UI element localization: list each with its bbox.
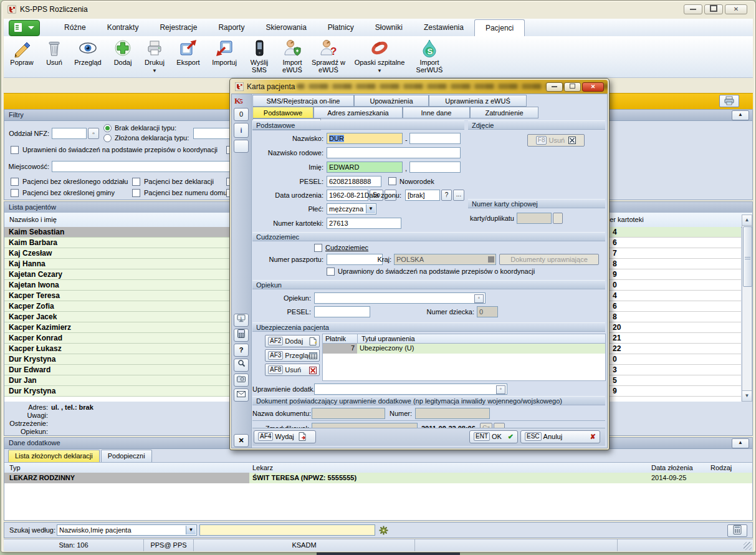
pesel-field[interactable]: 62082188888	[327, 176, 381, 187]
cb-bez-oddzialu[interactable]	[11, 178, 19, 186]
data-zgonu-field[interactable]: [brak]	[405, 190, 440, 201]
close-button[interactable]: ✕	[725, 4, 747, 14]
drukuj-button[interactable]: Drukuj ▼	[139, 37, 170, 74]
wydaj-button[interactable]: AF4Wydaj	[254, 430, 316, 443]
opiekun-pesel-field[interactable]	[314, 306, 370, 317]
ubezpieczenie-row-tytul[interactable]: Ubezpieczony (U)	[357, 344, 605, 354]
deklaracja-data[interactable]: 2014-09-25	[648, 473, 709, 483]
karta-chipowa-button[interactable]	[553, 213, 563, 224]
scroll-up-button[interactable]: ▲	[742, 215, 752, 226]
sidebar-mail-button[interactable]	[234, 388, 249, 402]
tab-lista-deklaracji[interactable]: Lista złożonych deklaracji	[8, 450, 100, 462]
tab-pacjenci[interactable]: Pacjenci	[474, 19, 525, 36]
deklaracja-lekarz[interactable]: ŚWIT TERESA (NPWZ: 5555555)	[249, 473, 648, 483]
tab-raporty[interactable]: Raporty	[208, 19, 255, 36]
resize-grip[interactable]	[744, 542, 752, 550]
import-ewus-button[interactable]: Import eWUŚ	[276, 37, 309, 74]
patient-row-kartoteka[interactable]: 6	[588, 301, 741, 312]
gear-icon[interactable]	[379, 526, 388, 535]
patient-row-kartoteka[interactable]: 6	[588, 238, 741, 248]
dialog-titlebar[interactable]: Karta pacjenta ✕	[231, 80, 608, 94]
oddzial-nfz-field[interactable]	[52, 128, 87, 139]
plec-select[interactable]: mężczyzna ▼	[327, 203, 376, 215]
patient-row-kartoteka[interactable]: 9	[588, 386, 741, 397]
ok-button[interactable]: ENTOK ✔	[469, 430, 518, 443]
data-zgonu-help-button[interactable]: ?	[441, 190, 452, 201]
patient-row-kartoteka[interactable]: 4	[588, 291, 741, 301]
chevron-down-icon[interactable]: ▼	[186, 526, 196, 534]
dokumenty-uprawniajace-button[interactable]: Dokumenty uprawniające	[499, 254, 599, 265]
tab-rozne[interactable]: Różne	[54, 19, 97, 36]
sidebar-close-button[interactable]: ✕	[234, 434, 249, 447]
patient-row-kartoteka[interactable]: 7	[588, 248, 741, 259]
radio-zlozona-deklaracja[interactable]	[103, 134, 112, 142]
tab-kontrakty[interactable]: Kontrakty	[97, 19, 150, 36]
uprawnienie-picker-button[interactable]: ▫	[496, 385, 505, 394]
filters-collapse-button[interactable]: ▲	[732, 110, 749, 120]
scroll-thumb[interactable]	[743, 226, 752, 287]
noworodek-checkbox[interactable]	[388, 177, 396, 185]
tab-zestawienia[interactable]: Zestawienia	[413, 19, 474, 36]
sprawdz-ewus-button[interactable]: ? Sprawdź w eWUŚ	[310, 37, 347, 74]
dialog-minimize-button[interactable]	[546, 82, 563, 92]
usun-button[interactable]: Usuń	[41, 37, 68, 67]
deklaracja-typ[interactable]: LEKARZ RODZINNY	[4, 473, 249, 483]
opaski-button[interactable]: Opaski szpitalne ▼	[348, 37, 411, 74]
opiekun-field[interactable]: ▫	[314, 292, 486, 304]
cb-bez-gminy[interactable]	[11, 189, 19, 197]
uprawnienie-dodatkowe-field[interactable]: ▫	[314, 384, 507, 395]
data-zgonu-picker-button[interactable]: ...	[453, 190, 464, 201]
banner-print-button[interactable]	[719, 95, 739, 107]
tab-podstawowe[interactable]: Podstawowe	[252, 107, 313, 118]
koordynacja-checkbox[interactable]	[11, 146, 19, 154]
sidebar-zero-button[interactable]: 0	[234, 108, 249, 121]
wyslij-sms-button[interactable]: Wyślij SMS	[244, 37, 275, 74]
imie-field[interactable]: EDWARD	[327, 162, 403, 173]
drukuj-dropdown-arrow[interactable]: ▼	[152, 68, 157, 74]
patient-row-kartoteka[interactable]: 8	[588, 259, 741, 269]
sidebar-camera-button[interactable]	[234, 374, 249, 387]
patient-row-kartoteka[interactable]: 9	[588, 269, 741, 280]
tab-slowniki[interactable]: Słowniki	[365, 19, 413, 36]
ubezpieczenie-dodaj-button[interactable]: AF2Dodaj	[265, 335, 320, 347]
cudzoziemiec-checkbox[interactable]	[314, 244, 322, 252]
sidebar-info-button[interactable]: i	[234, 123, 249, 138]
eksport-button[interactable]: Eksport	[171, 37, 205, 67]
patient-row-kartoteka[interactable]: 0	[588, 280, 741, 291]
ubezpieczenie-row-platnik[interactable]: 7	[323, 344, 357, 354]
app-menu-button[interactable]	[9, 20, 40, 36]
tab-podopieczni[interactable]: Podopieczni	[101, 450, 152, 462]
tab-skierowania[interactable]: Skierowania	[255, 19, 317, 36]
tab-sms-rejestracja[interactable]: SMS/Rejestracja on-line	[252, 95, 354, 107]
col-nazwisko-imie[interactable]: Nazwisko i imię	[9, 216, 57, 223]
patient-row-kartoteka[interactable]: 0	[588, 354, 741, 365]
sidebar-help-button[interactable]: ?	[234, 344, 249, 357]
imie2-field[interactable]	[409, 162, 461, 173]
deklaracja-row[interactable]: LEKARZ RODZINNY ŚWIT TERESA (NPWZ: 55555…	[4, 473, 752, 483]
oddzial-nfz-picker-button[interactable]: ▫	[88, 128, 99, 139]
calculator-button[interactable]	[727, 524, 747, 537]
przeglad-button[interactable]: Przegląd	[69, 37, 107, 67]
numer-kartoteki-field[interactable]: 27613	[327, 218, 401, 229]
cb-bez-domu[interactable]	[132, 189, 140, 197]
opaski-dropdown-arrow[interactable]: ▼	[377, 68, 382, 74]
col-typ[interactable]: Typ	[9, 464, 21, 471]
cb-bez-deklaracji[interactable]	[132, 178, 140, 186]
dialog-maximize-button[interactable]	[564, 82, 581, 92]
koordynacja-dialog-checkbox[interactable]	[327, 268, 335, 276]
ubezpieczenie-przeglad-button[interactable]: AF3Przegląd	[265, 349, 320, 362]
tab-rejestracje[interactable]: Rejestracje	[149, 19, 208, 36]
patient-row-kartoteka[interactable]: 5	[588, 375, 741, 386]
anuluj-button[interactable]: ESCAnuluj ✘	[520, 430, 600, 443]
opiekun-picker-button[interactable]: ▫	[474, 294, 484, 303]
sidebar-search-button[interactable]	[234, 359, 249, 372]
importuj-button[interactable]: Importuj	[206, 37, 242, 67]
radio-brak-deklaracji[interactable]	[103, 124, 112, 132]
col-platnik[interactable]: Płatnik	[325, 335, 346, 342]
tab-adres-zamieszkania[interactable]: Adres zamieszkania	[313, 107, 403, 118]
patient-list-scrollbar[interactable]: ▲ ▼	[742, 215, 752, 402]
col-tytul-uprawnienia[interactable]: Tytuł uprawnienia	[361, 334, 415, 344]
zdjecie-usun-button[interactable]: F8Usuń	[527, 134, 585, 147]
tab-platnicy[interactable]: Płatnicy	[317, 19, 365, 36]
tab-inne-dane[interactable]: Inne dane	[403, 107, 470, 118]
